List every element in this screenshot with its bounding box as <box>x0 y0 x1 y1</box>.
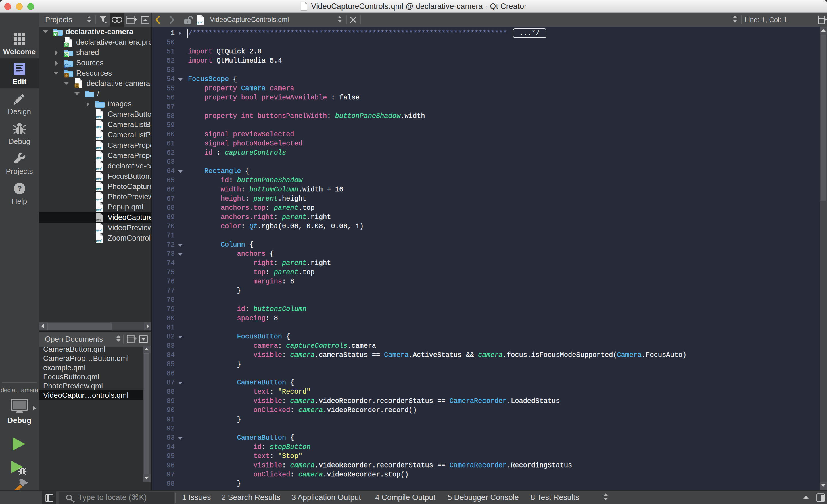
svg-text:qml: qml <box>197 20 203 24</box>
svg-text:qml: qml <box>96 218 102 221</box>
svg-text:Qt: Qt <box>54 32 57 36</box>
svg-text:qml: qml <box>96 187 102 191</box>
svg-text:qml: qml <box>96 207 102 211</box>
svg-text:qml: qml <box>96 115 102 118</box>
svg-text:qml: qml <box>96 177 102 181</box>
svg-text:qml: qml <box>96 156 102 160</box>
svg-text:qml: qml <box>96 125 102 129</box>
svg-text:Qt: Qt <box>64 53 68 56</box>
svg-text:qml: qml <box>96 228 102 232</box>
svg-text:Qt: Qt <box>65 43 68 46</box>
svg-text:qml: qml <box>96 239 102 242</box>
svg-text:?: ? <box>17 184 22 193</box>
svg-text:qml: qml <box>96 146 102 149</box>
svg-text:++: ++ <box>68 64 71 67</box>
svg-text:qml: qml <box>96 135 102 139</box>
svg-text:qml: qml <box>96 197 102 201</box>
svg-text:qml: qml <box>96 166 102 170</box>
